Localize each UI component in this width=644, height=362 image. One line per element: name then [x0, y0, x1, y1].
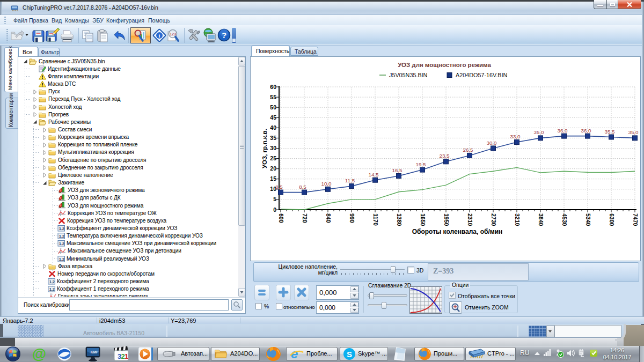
svg-text:1650: 1650 [420, 213, 426, 226]
svg-text:40: 40 [270, 124, 276, 131]
svg-text:14,5: 14,5 [368, 172, 379, 178]
svg-text:19,5: 19,5 [415, 161, 426, 167]
svg-text:36,0: 36,0 [581, 128, 591, 134]
svg-text:23,5: 23,5 [439, 153, 450, 159]
svg-text:1950: 1950 [443, 213, 450, 226]
svg-text:123: 123 [170, 32, 176, 36]
svg-text:990: 990 [349, 213, 355, 223]
svg-text:УОЗ, гр.п.к.в.: УОЗ, гр.п.к.в. [261, 129, 268, 168]
svg-text:36,0: 36,0 [557, 128, 568, 134]
svg-text:2730: 2730 [491, 213, 497, 226]
svg-text:1380: 1380 [396, 213, 402, 226]
svg-text:720: 720 [302, 213, 308, 223]
svg-text:30: 30 [270, 145, 276, 151]
svg-text:3840: 3840 [538, 213, 544, 226]
svg-text:4530: 4530 [561, 213, 568, 226]
svg-text:1170: 1170 [372, 213, 379, 226]
svg-text:?: ? [222, 31, 226, 40]
svg-text:600: 600 [278, 213, 284, 223]
svg-text:16,5: 16,5 [392, 167, 402, 173]
svg-text:26,5: 26,5 [463, 147, 473, 153]
svg-text:S: S [347, 350, 352, 359]
svg-text:35,5: 35,5 [604, 129, 615, 135]
svg-text:5340: 5340 [585, 213, 591, 226]
svg-text:3210: 3210 [514, 213, 521, 226]
svg-text:50: 50 [270, 104, 276, 110]
svg-text:25: 25 [270, 155, 276, 161]
svg-text:20: 20 [270, 165, 276, 172]
svg-text:J5V05N35.BIN: J5V05N35.BIN [389, 72, 427, 78]
svg-text:KMP: KMP [91, 350, 99, 354]
svg-text:A204DO57-16V.BIN: A204DO57-16V.BIN [456, 72, 507, 78]
svg-text:30,0: 30,0 [486, 140, 497, 146]
svg-text:55: 55 [270, 94, 276, 100]
svg-text:7470: 7470 [632, 213, 639, 226]
svg-text:2310: 2310 [467, 213, 473, 226]
svg-text:11,5: 11,5 [345, 178, 355, 183]
svg-text:Обороты коленвала, об/мин: Обороты коленвала, об/мин [412, 228, 503, 235]
svg-text:35: 35 [270, 135, 276, 141]
svg-text:1: 1 [125, 352, 128, 360]
svg-text:33,0: 33,0 [510, 134, 521, 139]
svg-text:45: 45 [270, 114, 276, 121]
svg-text:10,0: 10,0 [321, 181, 332, 187]
svg-text:35,0: 35,0 [628, 129, 639, 135]
svg-text:840: 840 [325, 213, 332, 223]
svg-text:15: 15 [270, 175, 276, 182]
svg-text:5: 5 [273, 196, 276, 202]
svg-text:УОЗ для мощностного режима: УОЗ для мощностного режима [398, 62, 491, 68]
svg-text:60: 60 [270, 84, 276, 90]
svg-text:8,5: 8,5 [275, 184, 283, 190]
svg-text:35,0: 35,0 [533, 129, 544, 135]
svg-text:0: 0 [273, 206, 276, 213]
svg-text:i: i [159, 33, 160, 39]
svg-text:8,5: 8,5 [299, 184, 306, 190]
svg-text:6300: 6300 [609, 213, 615, 226]
